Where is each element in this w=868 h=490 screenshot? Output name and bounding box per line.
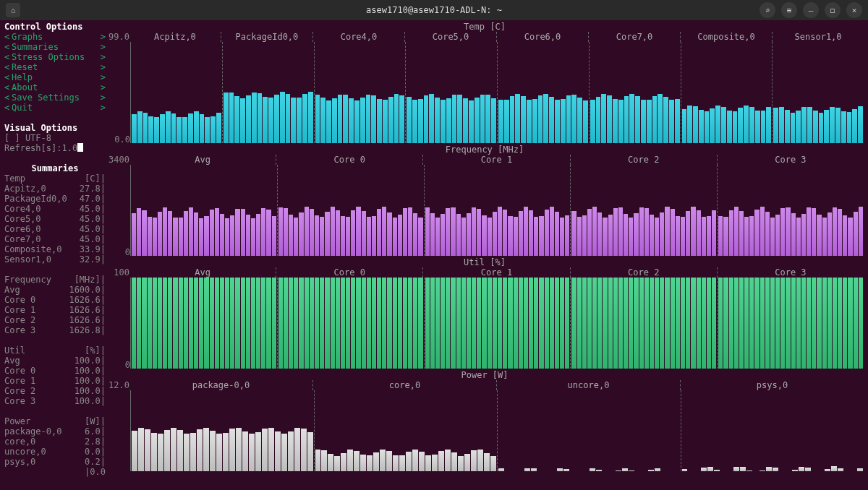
history-bar — [393, 218, 397, 256]
history-bar — [346, 217, 350, 256]
history-bar — [796, 111, 801, 143]
history-bar — [514, 217, 518, 256]
history-bar — [475, 98, 480, 143]
utf8-checkbox[interactable]: [ ] UTF-8 — [4, 133, 106, 143]
chart-column — [277, 165, 424, 256]
history-bar — [166, 111, 171, 143]
history-bar — [184, 434, 190, 471]
history-bar — [336, 278, 340, 369]
history-bar — [430, 213, 435, 256]
history-bar — [160, 114, 165, 143]
history-bar — [644, 278, 649, 369]
history-bar — [367, 455, 373, 471]
history-bar — [456, 214, 461, 256]
history-bar — [733, 111, 738, 143]
menu-button[interactable]: ≡ — [781, 2, 797, 18]
history-bar — [561, 99, 566, 143]
history-bar — [498, 468, 504, 471]
menu-item-about[interactable]: <About> — [4, 82, 106, 93]
history-bar — [261, 208, 265, 256]
history-bar — [792, 470, 798, 471]
history-bar — [194, 212, 198, 256]
maximize-button[interactable]: ◻ — [825, 2, 841, 18]
summaries-heading: Summaries — [4, 163, 106, 173]
history-bar — [346, 278, 350, 369]
history-bar — [607, 95, 612, 143]
history-bar — [220, 278, 224, 369]
menu-item-graphs[interactable]: <Graphs> — [4, 32, 106, 42]
history-bar — [508, 278, 512, 369]
history-bar — [230, 215, 234, 256]
history-bar — [577, 278, 582, 369]
history-bar — [482, 278, 486, 369]
history-bar — [441, 214, 445, 256]
history-bar — [681, 217, 685, 256]
history-bar — [699, 110, 704, 143]
history-bar — [216, 434, 222, 471]
chart-column-label: Core 3 — [717, 155, 864, 165]
refresh-input-row[interactable]: Refresh[s]:1.0 — [4, 143, 106, 153]
history-bar — [148, 116, 153, 143]
search-button[interactable]: ⌕ — [760, 2, 775, 18]
history-bar — [220, 214, 224, 256]
freq-row: Core 01626.6| — [4, 295, 106, 305]
menu-item-stress-options[interactable]: <Stress Options> — [4, 52, 106, 62]
menu-item-quit[interactable]: <Quit> — [4, 103, 106, 113]
history-bar — [571, 95, 576, 143]
history-bar — [158, 278, 162, 369]
history-bar — [779, 107, 784, 143]
freq-row: Avg1600.0| — [4, 285, 106, 295]
history-bar — [766, 107, 771, 143]
history-bar — [256, 214, 260, 256]
util-ymax: 100 — [106, 267, 129, 278]
history-bar — [622, 468, 628, 471]
history-bar — [299, 278, 303, 369]
chart-column-label: Avg — [129, 267, 276, 278]
chart-column — [717, 165, 864, 256]
history-bar — [682, 469, 688, 471]
temp-header: Temp [C]| — [4, 173, 106, 184]
history-bar — [240, 98, 245, 143]
history-bar — [682, 109, 687, 143]
history-bar — [744, 217, 749, 256]
history-bar — [464, 454, 470, 471]
history-bar — [215, 278, 219, 369]
history-bar — [566, 95, 571, 144]
history-bar — [242, 431, 248, 472]
history-bar — [671, 278, 675, 369]
history-bar — [629, 278, 633, 369]
chart-column-label: package-0,0 — [129, 380, 312, 390]
terminal[interactable]: Control Options <Graphs><Summaries><Stre… — [0, 20, 868, 490]
history-bar — [852, 109, 857, 143]
history-bar — [467, 213, 471, 256]
history-bar — [841, 111, 846, 143]
history-bar — [258, 93, 263, 143]
history-bar — [377, 209, 381, 256]
menu-item-reset[interactable]: <Reset> — [4, 62, 106, 72]
history-bar — [328, 454, 333, 471]
chart-column — [314, 390, 498, 471]
util-row: Core 2100.0| — [4, 386, 106, 396]
close-button[interactable]: × — [846, 2, 862, 18]
history-bar — [560, 278, 564, 369]
history-bar — [524, 468, 530, 471]
history-bar — [831, 466, 837, 471]
history-bar — [555, 278, 559, 369]
chart-column-label: Core 0 — [276, 155, 422, 165]
chart-column-label: Core4,0 — [312, 32, 404, 42]
history-bar — [618, 278, 623, 369]
refresh-cursor[interactable] — [77, 143, 83, 152]
chart-column-label: Core6,0 — [496, 32, 588, 42]
minimize-button[interactable]: – — [803, 2, 819, 18]
history-bar — [498, 278, 502, 369]
history-bar — [315, 215, 319, 256]
menu-item-save-settings[interactable]: <Save Settings> — [4, 93, 106, 103]
history-bar — [775, 278, 780, 369]
history-bar — [302, 94, 307, 143]
history-bar — [179, 278, 183, 369]
menu-item-summaries[interactable]: <Summaries> — [4, 42, 106, 52]
terminal-icon[interactable]: ⌂ — [6, 3, 20, 17]
history-bar — [137, 278, 141, 369]
menu-item-help[interactable]: <Help> — [4, 72, 106, 82]
history-bar — [382, 278, 386, 369]
